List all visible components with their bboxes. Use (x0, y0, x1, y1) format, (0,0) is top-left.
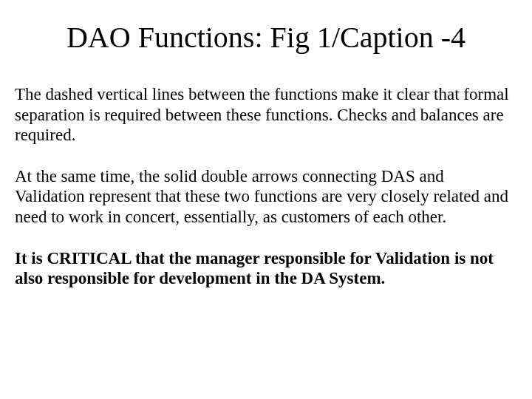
paragraph-3-critical: It is CRITICAL that the manager responsi… (15, 248, 517, 289)
slide-title: DAO Functions: Fig 1/Caption -4 (15, 21, 517, 55)
slide: DAO Functions: Fig 1/Caption -4 The dash… (0, 0, 532, 399)
paragraph-2: At the same time, the solid double arrow… (15, 166, 517, 228)
slide-body: The dashed vertical lines between the fu… (15, 84, 517, 289)
paragraph-1: The dashed vertical lines between the fu… (15, 84, 517, 146)
